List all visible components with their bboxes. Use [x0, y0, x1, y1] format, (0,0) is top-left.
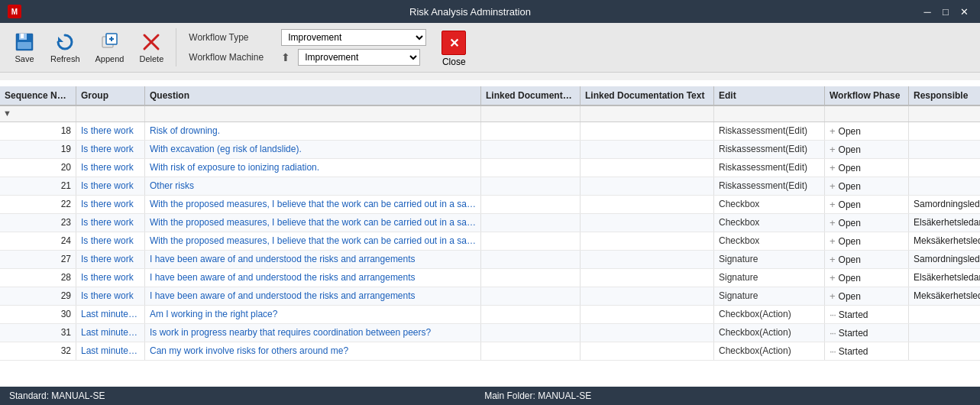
- table-row[interactable]: 24 Is there work With the proposed measu…: [0, 232, 980, 251]
- save-button[interactable]: Save: [8, 28, 41, 66]
- cell-group: Is there work: [76, 159, 145, 177]
- col-workflow-phase: Workflow Phase: [825, 86, 909, 105]
- cell-group: Last minute ris...: [76, 342, 145, 360]
- phase-value: Open: [839, 144, 861, 155]
- cell-question: Risk of drowning.: [145, 122, 481, 140]
- phase-value: Open: [839, 291, 861, 302]
- phase-dots-icon[interactable]: ···: [830, 345, 836, 357]
- phase-value: Open: [839, 218, 861, 228]
- cell-edit: Checkbox: [714, 232, 825, 250]
- delete-button[interactable]: Delete: [133, 28, 170, 66]
- phase-plus-icon[interactable]: +: [830, 272, 836, 284]
- cell-group: Is there work: [76, 269, 145, 287]
- cell-responsible: Samordningsledare: [909, 251, 980, 268]
- maximize-button[interactable]: □: [937, 3, 954, 20]
- cell-phase: + Open: [825, 287, 909, 305]
- refresh-button[interactable]: Refresh: [44, 28, 86, 66]
- phase-value: Open: [839, 126, 861, 137]
- cell-phase: ··· Started: [825, 306, 909, 323]
- table-row[interactable]: 23 Is there work With the proposed measu…: [0, 214, 980, 232]
- workflow-type-row: Workflow Type Improvement: [189, 29, 426, 46]
- cell-question: With the proposed measures, I believe th…: [145, 232, 481, 250]
- cell-linked-doc-text: [581, 159, 714, 177]
- cell-linked-doc-text: [581, 306, 714, 323]
- filter-phase: [825, 106, 909, 122]
- cell-edit: Riskassessment(Edit): [714, 141, 825, 158]
- phase-plus-icon[interactable]: +: [830, 235, 836, 247]
- cell-linked-doc-text: [581, 122, 714, 140]
- cell-linked-doc: [481, 342, 581, 360]
- table-row[interactable]: 27 Is there work I have been aware of an…: [0, 251, 980, 269]
- table-row[interactable]: 19 Is there work With excavation (eg ris…: [0, 141, 980, 159]
- cell-seq: 30: [0, 306, 76, 323]
- cell-responsible: [909, 324, 980, 342]
- phase-value: Open: [839, 254, 861, 265]
- phase-dots-icon[interactable]: ···: [830, 327, 836, 339]
- phase-value: Open: [839, 163, 861, 173]
- close-button[interactable]: ✕: [441, 31, 466, 55]
- phase-plus-icon[interactable]: +: [830, 217, 836, 228]
- table-row[interactable]: 20 Is there work With risk of exposure t…: [0, 159, 980, 177]
- window-controls: ─ □ ✕: [919, 3, 972, 20]
- phase-plus-icon[interactable]: +: [830, 254, 836, 265]
- workflow-machine-select[interactable]: Improvement: [298, 49, 420, 66]
- table-row[interactable]: 21 Is there work Other risks Riskassessm…: [0, 177, 980, 196]
- table-row[interactable]: 22 Is there work With the proposed measu…: [0, 196, 980, 214]
- col-responsible: Responsible: [909, 86, 980, 105]
- close-window-button[interactable]: ✕: [956, 3, 972, 20]
- table-row[interactable]: 31 Last minute ris... Is work in progres…: [0, 324, 980, 342]
- table-row[interactable]: 28 Is there work I have been aware of an…: [0, 269, 980, 287]
- cell-question: Other risks: [145, 177, 481, 195]
- cell-seq: 21: [0, 177, 76, 195]
- status-left: Standard: MANUAL-SE: [9, 390, 105, 401]
- phase-value: Open: [839, 273, 861, 284]
- phase-plus-icon[interactable]: +: [830, 144, 836, 155]
- cell-linked-doc: [481, 177, 581, 195]
- phase-plus-icon[interactable]: +: [830, 290, 836, 302]
- cell-linked-doc-text: [581, 324, 714, 342]
- cell-linked-doc-text: [581, 196, 714, 213]
- cell-linked-doc: [481, 122, 581, 140]
- phase-dots-icon[interactable]: ···: [830, 309, 836, 320]
- filter-group: [76, 106, 145, 122]
- toolbar: Save Refresh Append: [0, 23, 980, 73]
- cell-responsible: Elsäkerhetsledare: [909, 269, 980, 287]
- cell-edit: Checkbox(Action): [714, 342, 825, 360]
- cell-linked-doc: [481, 324, 581, 342]
- cell-group: Is there work: [76, 177, 145, 195]
- cell-linked-doc-text: [581, 141, 714, 158]
- cell-question: I have been aware of and understood the …: [145, 287, 481, 305]
- cell-linked-doc: [481, 287, 581, 305]
- grid-body: 18 Is there work Risk of drowning. Riska…: [0, 122, 980, 391]
- cell-phase: + Open: [825, 177, 909, 195]
- table-row[interactable]: 30 Last minute ris... Am I working in th…: [0, 306, 980, 324]
- cell-phase: ··· Started: [825, 324, 909, 342]
- filter-row: ▼: [0, 106, 980, 122]
- cell-linked-doc-text: [581, 342, 714, 360]
- cell-edit: Riskassessment(Edit): [714, 122, 825, 140]
- cell-linked-doc-text: [581, 177, 714, 195]
- cell-linked-doc: [481, 232, 581, 250]
- phase-plus-icon[interactable]: +: [830, 162, 836, 173]
- cell-linked-doc-text: [581, 232, 714, 250]
- minimize-button[interactable]: ─: [919, 3, 936, 20]
- cell-group: Is there work: [76, 214, 145, 232]
- table-row[interactable]: 18 Is there work Risk of drowning. Riska…: [0, 122, 980, 141]
- table-row[interactable]: 29 Is there work I have been aware of an…: [0, 287, 980, 306]
- phase-plus-icon[interactable]: +: [830, 199, 836, 210]
- cell-edit: Signature: [714, 251, 825, 268]
- cell-group: Last minute ris...: [76, 306, 145, 323]
- append-button[interactable]: Append: [89, 28, 131, 66]
- phase-plus-icon[interactable]: +: [830, 125, 836, 137]
- cell-responsible: [909, 141, 980, 158]
- table-row[interactable]: 32 Last minute ris... Can my work involv…: [0, 342, 980, 361]
- cell-phase: + Open: [825, 251, 909, 268]
- cell-linked-doc-text: [581, 269, 714, 287]
- filter-seq: ▼: [0, 106, 76, 122]
- cell-question: Can my work involve risks for others aro…: [145, 342, 481, 360]
- cell-linked-doc: [481, 306, 581, 323]
- workflow-type-select[interactable]: Improvement: [281, 29, 426, 46]
- status-center: Main Folder: MANUAL-SE: [484, 390, 591, 401]
- phase-plus-icon[interactable]: +: [830, 180, 836, 192]
- data-grid: Sequence Number Group Question Linked Do…: [0, 86, 980, 405]
